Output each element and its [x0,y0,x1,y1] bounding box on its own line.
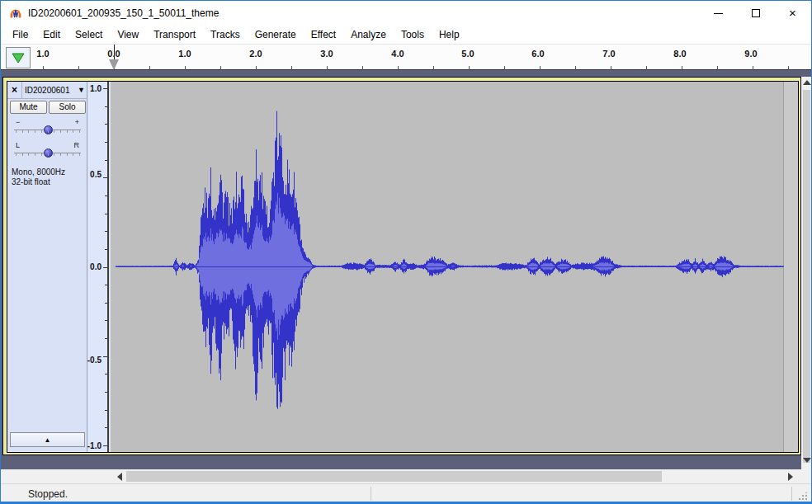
menu-item-help[interactable]: Help [432,26,467,43]
pan-left-label: L [16,141,20,149]
menu-item-tracks[interactable]: Tracks [203,26,248,43]
audio-track: × ID20200601 ▼ Mute Solo − + L R [2,77,801,455]
vertical-scrollbar[interactable] [801,77,812,469]
status-bar: Stopped. [1,483,812,503]
slider-tick [41,130,42,133]
scroll-up-arrow-icon[interactable] [803,80,811,85]
amplitude-tick [105,374,107,374]
menu-item-analyze[interactable]: Analyze [343,26,394,43]
audacity-logo-icon [9,7,22,20]
menu-bar: FileEditSelectViewTransportTracksGenerat… [1,26,811,44]
title-bar[interactable]: ID20200601_200935_150_1_50011_theme × [1,1,811,26]
amplitude-tick [105,410,107,411]
amplitude-tick [105,392,107,393]
window-title: ID20200601_200935_150_1_50011_theme [28,7,219,19]
track-menu-dropdown-icon[interactable]: ▼ [75,86,87,94]
amplitude-tick [103,267,107,268]
horizontal-scrollbar[interactable] [1,469,812,483]
scroll-right-arrow-icon[interactable] [788,473,793,481]
amplitude-tick [105,142,107,143]
slider-tick [67,130,68,133]
amplitude-label: 0.0 [90,262,102,271]
amplitude-tick [105,106,107,107]
slider-tick [67,153,68,156]
slider-tick [16,153,17,156]
amplitude-tick [105,427,107,428]
amplitude-tick [103,356,107,357]
maximize-icon [752,9,760,17]
horizontal-scrollbar-thumb[interactable] [126,471,662,482]
slider-tick [48,153,49,156]
slider-tick [28,153,29,156]
slider-tick [60,153,61,156]
menu-item-edit[interactable]: Edit [35,26,68,43]
menu-item-transport[interactable]: Transport [146,26,203,43]
gain-plus-label: + [75,118,79,126]
maximize-button[interactable] [737,1,774,26]
slider-tick [54,153,54,156]
resize-grip[interactable] [798,492,808,501]
close-button[interactable]: × [774,1,811,26]
slider-tick [73,153,73,156]
amplitude-label: -1.0 [87,441,102,450]
vertical-amplitude-ruler[interactable]: 1.00.50.0-0.5-1.0 [88,82,109,453]
amplitude-tick [105,303,107,304]
tracks-area-background [1,70,812,77]
track-content: × ID20200601 ▼ Mute Solo − + L R [7,81,799,453]
tracks-area-background [1,455,801,469]
waveform-area[interactable] [111,82,799,453]
playhead-marker-icon[interactable] [109,59,119,70]
solo-button[interactable]: Solo [49,101,86,114]
track-header: × ID20200601 ▼ [7,82,87,99]
slider-tick [35,130,35,133]
menu-item-generate[interactable]: Generate [248,26,304,43]
timeline-label: 3.0 [320,49,333,59]
amplitude-label: 0.5 [90,170,102,179]
amplitude-tick [103,445,107,446]
amplitude-tick [103,177,107,178]
track-close-button[interactable]: × [7,82,22,98]
track-collapse-button[interactable]: ▲ [10,432,85,447]
amplitude-tick [105,320,107,321]
amplitude-label: -0.5 [87,356,102,365]
scroll-down-arrow-icon[interactable] [803,458,811,463]
timeline-ruler[interactable]: 1.00.01.02.03.04.05.06.07.08.09.0 [1,44,812,70]
timeline-label: 5.0 [461,49,474,59]
vertical-scrollbar-thumb[interactable] [803,90,810,463]
timeline-label: 2.0 [249,49,262,59]
amplitude-tick [103,88,107,89]
timeline-label: 4.0 [391,49,404,59]
menu-item-effect[interactable]: Effect [304,26,343,43]
timeline-label: 1.0 [36,49,49,59]
menu-item-view[interactable]: View [110,26,146,43]
gain-slider[interactable]: − + [14,118,81,136]
scroll-left-arrow-icon[interactable] [117,473,122,481]
slider-tick [79,130,80,133]
status-text: Stopped. [28,488,68,500]
menu-item-select[interactable]: Select [68,26,110,43]
minimize-button[interactable] [700,1,737,26]
track-focus-border: × ID20200601 ▼ Mute Solo − + L R [3,78,800,455]
menu-item-file[interactable]: File [5,26,35,43]
mute-button[interactable]: Mute [10,101,47,114]
track-name[interactable]: ID20200601 [22,86,75,95]
slider-tick [16,130,17,133]
timeline-label: 7.0 [602,49,615,59]
pan-slider[interactable]: L R [14,141,81,159]
timeline-label: 9.0 [744,49,757,59]
amplitude-tick [105,249,107,250]
status-separator [791,487,792,501]
minimize-icon [714,13,723,14]
slider-tick [54,130,54,133]
status-separator [371,487,371,501]
waveform-canvas[interactable] [111,82,799,453]
amplitude-tick [105,214,107,214]
slider-tick [22,130,23,133]
slider-tick [35,153,35,156]
track-format-info: Mono, 8000Hz 32-bit float [12,167,65,187]
track-format-line2: 32-bit float [12,177,65,187]
timeline-label: 1.0 [178,49,191,59]
menu-item-tools[interactable]: Tools [394,26,432,43]
slider-tick [48,130,49,133]
amplitude-tick [105,160,107,161]
